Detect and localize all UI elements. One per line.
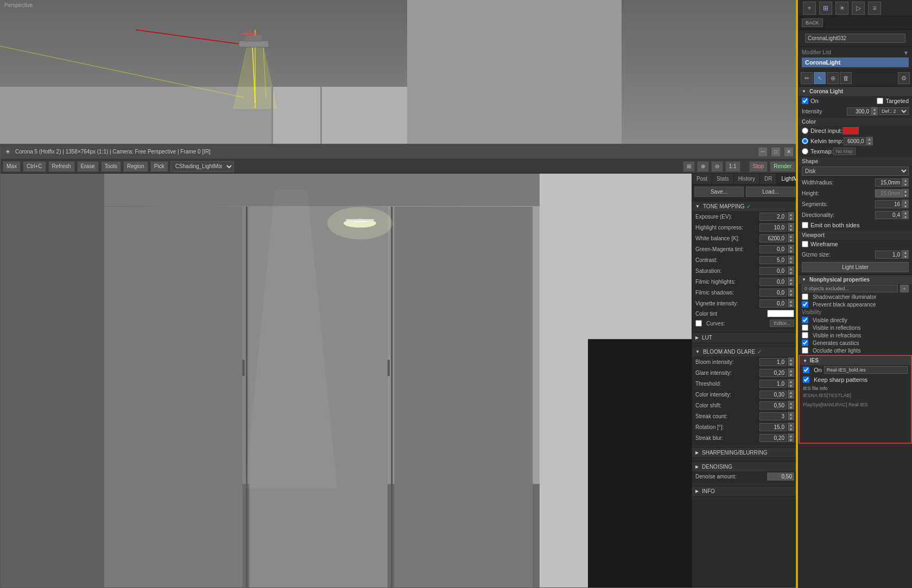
curves-checkbox[interactable] xyxy=(695,320,702,327)
hl-up[interactable]: ▲ xyxy=(788,223,794,227)
wb-up[interactable]: ▲ xyxy=(788,234,794,238)
tab-history[interactable]: History xyxy=(734,174,760,184)
direct-input-radio[interactable] xyxy=(802,127,808,134)
ci-down[interactable]: ▼ xyxy=(788,394,794,399)
h-down[interactable]: ▼ xyxy=(902,193,909,197)
dir-input[interactable] xyxy=(875,211,902,219)
shape-dropdown[interactable]: Disk xyxy=(802,167,909,176)
col-shift-input[interactable] xyxy=(759,401,787,410)
color-swatch[interactable] xyxy=(843,127,859,135)
ies-on-checkbox[interactable] xyxy=(803,367,809,373)
add-object-btn[interactable]: + xyxy=(900,285,909,292)
kelvin-input[interactable] xyxy=(844,137,866,145)
corona-light-header[interactable]: ▼ Corona Light xyxy=(799,87,912,96)
gm-up[interactable]: ▲ xyxy=(788,245,794,249)
prop-tool-settings[interactable]: ⚙ xyxy=(898,72,910,84)
shader-dropdown[interactable]: CShading_LightMix xyxy=(170,161,234,172)
bloom-header[interactable]: ▼ BLOOM AND GLARE ✓ xyxy=(692,347,797,356)
active-modifier[interactable]: CoronaLight xyxy=(802,57,909,67)
shadowcatcher-checkbox[interactable] xyxy=(802,293,808,300)
lut-header[interactable]: ▶ LUT xyxy=(692,333,797,342)
tab-dr[interactable]: DR xyxy=(760,174,777,184)
sc-up[interactable]: ▲ xyxy=(788,412,794,416)
prop-tool-hierarchy[interactable]: ⊕ xyxy=(827,72,839,84)
prop-tool-cursor[interactable]: ↖ xyxy=(814,72,826,84)
rot-up[interactable]: ▲ xyxy=(788,423,794,427)
toolbar-region-btn[interactable]: Region xyxy=(123,161,148,172)
gizmo-input[interactable] xyxy=(875,251,902,259)
rot-down[interactable]: ▼ xyxy=(788,427,794,431)
height-input[interactable] xyxy=(875,189,902,197)
emit-both-checkbox[interactable] xyxy=(802,222,808,228)
anim-icon[interactable]: ▷ xyxy=(852,2,865,15)
visible-reflections-checkbox[interactable] xyxy=(802,324,808,331)
width-radius-input[interactable] xyxy=(875,178,902,187)
prevent-black-checkbox[interactable] xyxy=(802,301,808,308)
cs-up[interactable]: ▲ xyxy=(788,401,794,405)
gm-input[interactable] xyxy=(759,245,787,253)
visible-directly-checkbox[interactable] xyxy=(802,317,808,323)
zoom-in-btn[interactable]: ⊕ xyxy=(697,161,709,172)
display-icon[interactable]: ⊞ xyxy=(819,2,832,15)
objects-excluded-btn[interactable]: 0 objects excluded... xyxy=(802,285,898,292)
load-button[interactable]: Load... xyxy=(746,187,795,197)
render-btn[interactable]: Render xyxy=(770,161,795,172)
ies-file-button[interactable]: Real-IES_bold.ies xyxy=(824,366,908,374)
toolbar-erase-btn[interactable]: Erase xyxy=(77,161,99,172)
vig-up[interactable]: ▲ xyxy=(788,299,794,303)
segments-input[interactable] xyxy=(875,200,902,208)
nonphysical-header[interactable]: ▼ Nonphysical properties xyxy=(799,275,912,284)
create-icon[interactable]: + xyxy=(803,2,816,15)
texmap-button[interactable]: No Map xyxy=(833,148,856,155)
wb-input[interactable] xyxy=(759,234,787,242)
light-lister-button[interactable]: Light Lister xyxy=(802,262,909,272)
contrast-up[interactable]: ▲ xyxy=(788,255,794,260)
sb-down[interactable]: ▼ xyxy=(788,438,794,442)
stop-btn[interactable]: Stop xyxy=(749,161,768,172)
gi-down[interactable]: ▼ xyxy=(788,373,794,377)
toolbar-max-btn[interactable]: Max xyxy=(3,161,21,172)
col-int-input[interactable] xyxy=(759,391,787,399)
gz-down[interactable]: ▼ xyxy=(902,254,909,259)
kelvin-radio[interactable] xyxy=(802,138,808,144)
contrast-input[interactable] xyxy=(759,256,787,264)
toolbar-pick-btn[interactable]: Pick xyxy=(150,161,168,172)
filmic-sh-input[interactable] xyxy=(759,289,787,297)
seg-down[interactable]: ▼ xyxy=(902,204,909,208)
gm-down[interactable]: ▼ xyxy=(788,249,794,253)
wb-down[interactable]: ▼ xyxy=(788,238,794,242)
rotation-input[interactable] xyxy=(759,423,787,431)
visible-refractions-checkbox[interactable] xyxy=(802,332,808,338)
save-button[interactable]: Save... xyxy=(694,187,744,197)
wr-up[interactable]: ▲ xyxy=(902,178,909,182)
kelvin-up[interactable]: ▲ xyxy=(866,137,873,141)
editor-btn[interactable]: Editor... xyxy=(770,319,794,327)
tab-post[interactable]: Post xyxy=(692,174,712,184)
ies-header[interactable]: ▼ IES xyxy=(800,356,911,365)
dir-down[interactable]: ▼ xyxy=(902,215,909,219)
contrast-down[interactable]: ▼ xyxy=(788,260,794,264)
int-up[interactable]: ▲ xyxy=(871,107,878,111)
color-tint-swatch[interactable] xyxy=(767,310,794,317)
ci-up[interactable]: ▲ xyxy=(788,390,794,394)
minimize-button[interactable]: ─ xyxy=(758,148,767,156)
sharpening-header[interactable]: ▶ SHARPENING/BLURRING xyxy=(692,448,797,457)
generates-caustics-checkbox[interactable] xyxy=(802,340,808,346)
maximize-button[interactable]: □ xyxy=(771,148,780,156)
filmic-hl-input[interactable] xyxy=(759,278,787,286)
streak-blur-input[interactable] xyxy=(759,434,787,442)
fsh-up[interactable]: ▲ xyxy=(788,288,794,292)
fhl-up[interactable]: ▲ xyxy=(788,277,794,282)
bloom-int-input[interactable] xyxy=(759,358,787,366)
seg-up[interactable]: ▲ xyxy=(902,200,909,204)
denoise-input[interactable] xyxy=(767,472,794,481)
sb-up[interactable]: ▲ xyxy=(788,433,794,438)
intensity-multiplier-dropdown[interactable]: Def.: 2 xyxy=(879,107,909,115)
intensity-input[interactable] xyxy=(847,107,871,116)
gz-up[interactable]: ▲ xyxy=(902,250,909,254)
tone-mapping-header[interactable]: ▼ TONE MAPPING ✓ xyxy=(692,202,797,211)
kelvin-down[interactable]: ▼ xyxy=(866,141,873,145)
misc-icon[interactable]: ≡ xyxy=(868,2,881,15)
fsh-down[interactable]: ▼ xyxy=(788,292,794,297)
fhl-down[interactable]: ▼ xyxy=(788,282,794,286)
